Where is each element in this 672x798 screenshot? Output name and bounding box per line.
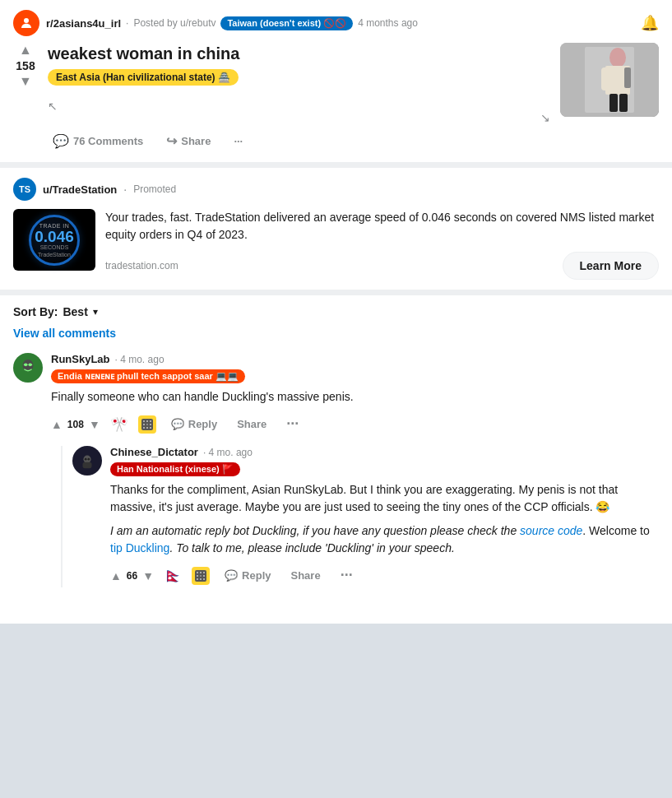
comments-section: Sort By: Best ▾ View all comments RunSky… [0, 290, 672, 624]
nested-comment-upvote-icon[interactable]: ▲ [110, 569, 122, 582]
post-header: r/2asians4u_irl · Posted by u/rebutv Tai… [13, 10, 659, 36]
expand-arrows[interactable]: ↖ ↘ [48, 100, 550, 123]
svg-rect-14 [146, 420, 148, 422]
notification-icon[interactable]: 🔔 [641, 14, 659, 32]
view-all-comments[interactable]: View all comments [13, 327, 659, 340]
comment-1-votes: ▲ 108 ▼ [51, 418, 100, 431]
nested-reply-label: Reply [242, 569, 271, 582]
nested-comment-time: · 4 mo. ago [203, 447, 253, 458]
reply-icon: 💬 [171, 418, 184, 430]
svg-rect-27 [197, 572, 198, 573]
svg-rect-6 [624, 67, 631, 88]
italic-text: I am an automatic reply bot Duckling, if… [110, 524, 582, 537]
share-icon: ↪ [166, 133, 177, 149]
comment-1-award[interactable] [138, 415, 156, 434]
comment-1-flair[interactable]: Endia ɴᴇɴᴇɴᴇ phull tech sappot saar 💻💻 [51, 369, 245, 383]
source-code-link[interactable]: source code [520, 524, 582, 537]
svg-point-25 [87, 458, 90, 461]
nested-comment-text-main: Thanks for the compliment, Asian RunSkyL… [110, 481, 659, 516]
svg-point-0 [24, 18, 29, 23]
tip-duckling-link[interactable]: tip Duckling [110, 541, 169, 554]
svg-rect-8 [619, 94, 628, 112]
nested-comment-text-italic: I am an automatic reply bot Duckling, if… [110, 522, 659, 557]
comment-1-header: RunSkyLab · 4 mo. ago [51, 353, 659, 365]
svg-rect-5 [601, 67, 611, 90]
sort-bar: Sort By: Best ▾ [13, 305, 659, 318]
vote-section: ▲ 158 ▼ [13, 43, 38, 89]
svg-rect-34 [200, 578, 202, 580]
svg-point-10 [24, 364, 28, 367]
ad-footer: tradestation.com Learn More [105, 252, 659, 280]
share-label: Share [181, 135, 211, 147]
upvote-icon[interactable]: ▲ [19, 43, 32, 58]
svg-rect-35 [203, 578, 205, 580]
taiwan-flair[interactable]: Taiwan (doesn't exist) 🚫🚫 [220, 16, 353, 30]
post-actions: 💬 76 Comments ↪ Share ··· [48, 130, 550, 152]
comment-1-downvote-icon[interactable]: ▼ [89, 418, 100, 431]
comment-1-share-button[interactable]: Share [232, 415, 271, 434]
arrow-topleft-icon: ↖ [48, 100, 550, 112]
ad-description: Your trades, fast. TradeStation delivere… [105, 209, 659, 244]
ad-content: TRADE IN 0.046 SECONDS TradeStation Your… [13, 209, 659, 280]
svg-point-24 [85, 458, 87, 461]
nested-comment-flag: 🇳🇵 [164, 567, 182, 585]
sort-value[interactable]: Best [63, 305, 87, 318]
arrow-bottomright-icon: ↘ [540, 112, 550, 123]
svg-rect-13 [143, 420, 145, 422]
comment-1-actions: ▲ 108 ▼ 🎌 💬 Reply Share ··· [51, 412, 659, 436]
downvote-icon[interactable]: ▼ [19, 74, 32, 89]
nested-comment-inner: Chinese_Dictator · 4 mo. ago Han Nationa… [72, 446, 659, 587]
comments-icon: 💬 [53, 133, 69, 149]
ad-promoted-label: Promoted [133, 183, 176, 195]
svg-point-3 [609, 48, 626, 67]
nested-comment-share-button[interactable]: Share [285, 566, 325, 585]
sort-dropdown-icon[interactable]: ▾ [93, 306, 98, 318]
reply-label: Reply [188, 418, 217, 430]
svg-rect-18 [150, 424, 151, 425]
separator: · [126, 17, 128, 29]
ad-username[interactable]: u/TradeStation [43, 183, 117, 196]
svg-rect-28 [200, 572, 202, 573]
post-title: weakest woman in china [48, 43, 550, 64]
comment-1-flag: 🎌 [110, 415, 128, 434]
ad-text-content: Your trades, fast. TradeStation delivere… [105, 209, 659, 280]
post-thumbnail[interactable] [560, 43, 659, 117]
svg-rect-29 [203, 572, 205, 573]
comment-1-reply-button[interactable]: 💬 Reply [166, 415, 222, 434]
subreddit-icon[interactable] [13, 10, 39, 36]
comment-1-time: · 4 mo. ago [115, 354, 165, 365]
subreddit-name[interactable]: r/2asians4u_irl [46, 17, 121, 30]
east-asia-flair[interactable]: East Asia (Han civilizational state) 🏯 [48, 69, 239, 86]
comments-button[interactable]: 💬 76 Comments [48, 130, 148, 152]
comment-1: RunSkyLab · 4 mo. ago Endia ɴᴇɴᴇɴᴇ phull… [13, 353, 659, 601]
nested-comment-header: Chinese_Dictator · 4 mo. ago [110, 446, 659, 458]
posted-by: Posted by u/rebutv [133, 17, 216, 29]
more-button[interactable]: ··· [229, 132, 248, 151]
svg-rect-7 [609, 94, 618, 112]
nested-comment-vote-count: 66 [127, 570, 137, 582]
post-card: r/2asians4u_irl · Posted by u/rebutv Tai… [0, 0, 672, 163]
nested-comment-more-button[interactable]: ··· [336, 564, 358, 587]
post-body: ▲ 158 ▼ weakest woman in china East Asia… [13, 43, 659, 152]
nested-comment-downvote-icon[interactable]: ▼ [142, 569, 154, 582]
svg-rect-17 [146, 424, 148, 425]
nested-comment-body: Chinese_Dictator · 4 mo. ago Han Nationa… [110, 446, 659, 587]
comment-1-more-button[interactable]: ··· [281, 412, 304, 436]
nested-comment-username[interactable]: Chinese_Dictator [110, 446, 198, 458]
share-button[interactable]: ↪ Share [161, 130, 216, 152]
ad-image[interactable]: TRADE IN 0.046 SECONDS TradeStation [13, 209, 95, 271]
comment-1-upvote-icon[interactable]: ▲ [51, 418, 63, 431]
comment-1-username[interactable]: RunSkyLab [51, 353, 110, 365]
learn-more-button[interactable]: Learn More [563, 252, 659, 280]
nested-comment-votes: ▲ 66 ▼ [110, 569, 154, 582]
svg-point-11 [28, 364, 32, 367]
svg-rect-20 [146, 427, 148, 429]
comments-count: 76 Comments [73, 135, 143, 147]
ad-image-circle: TRADE IN 0.046 SECONDS TradeStation [29, 215, 80, 266]
post-header-text: r/2asians4u_irl · Posted by u/rebutv Tai… [46, 16, 418, 30]
nested-comment-flair[interactable]: Han Nationalist (xinese) 🚩 [110, 462, 240, 476]
nested-comment-reply-button[interactable]: 💬 Reply [220, 566, 276, 585]
nested-comment-award[interactable] [192, 567, 210, 585]
svg-rect-23 [83, 462, 92, 468]
ad-logo: TS [13, 178, 36, 201]
